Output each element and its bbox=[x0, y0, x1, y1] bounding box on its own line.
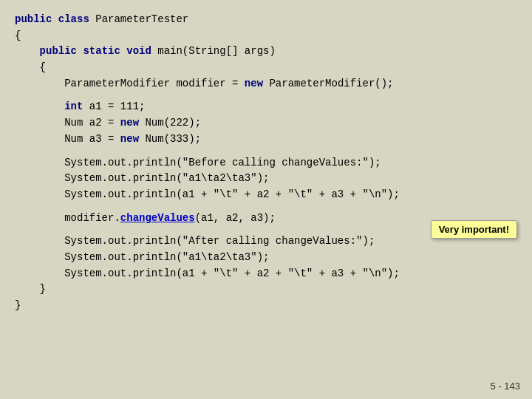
code-line-13: System.out.println(a1 + "\t" + a2 + "\t"… bbox=[15, 187, 517, 203]
keyword-int: int bbox=[64, 100, 89, 112]
code-line-12: System.out.println("a1\ta2\ta3"); bbox=[15, 171, 517, 187]
code-line-9: Num a3 = new Num(333); bbox=[15, 132, 517, 148]
method-signature: main(String[] args) bbox=[157, 45, 276, 57]
code-line-5: ParameterModifier modifier = new Paramet… bbox=[15, 76, 517, 92]
keyword-static: static bbox=[83, 45, 126, 57]
tooltip-box: Very important! bbox=[431, 220, 517, 239]
slide-number: 5 - 143 bbox=[491, 381, 520, 392]
code-line-4: { bbox=[15, 60, 517, 76]
keyword-void: void bbox=[126, 45, 157, 57]
code-line-8: Num a2 = new Num(222); bbox=[15, 115, 517, 132]
code-line-7: int a1 = 111; bbox=[15, 99, 517, 115]
code-line-21: } bbox=[15, 298, 517, 314]
code-line-3: public static void main(String[] args) bbox=[15, 44, 517, 60]
code-line-20: } bbox=[15, 282, 517, 298]
code-line-19: System.out.println(a1 + "\t" + a2 + "\t"… bbox=[15, 266, 517, 282]
code-line-11: System.out.println("Before calling chang… bbox=[15, 155, 517, 171]
keyword-new2: new bbox=[120, 117, 146, 129]
keyword-new1: new bbox=[245, 78, 270, 89]
code-line-2: { bbox=[15, 28, 517, 44]
keyword-new3: new bbox=[120, 133, 146, 145]
class-name: ParameterTester bbox=[95, 13, 188, 25]
code-line-18: System.out.println("a1\ta2\ta3"); bbox=[15, 250, 517, 266]
code-block: public class ParameterTester { public st… bbox=[0, 0, 532, 326]
keyword-class: class bbox=[58, 13, 95, 25]
highlight-changeValues: changeValues bbox=[120, 212, 195, 224]
keyword-public: public bbox=[15, 13, 58, 25]
keyword-public2: public bbox=[40, 45, 83, 57]
code-line-1: public class ParameterTester bbox=[15, 12, 517, 28]
